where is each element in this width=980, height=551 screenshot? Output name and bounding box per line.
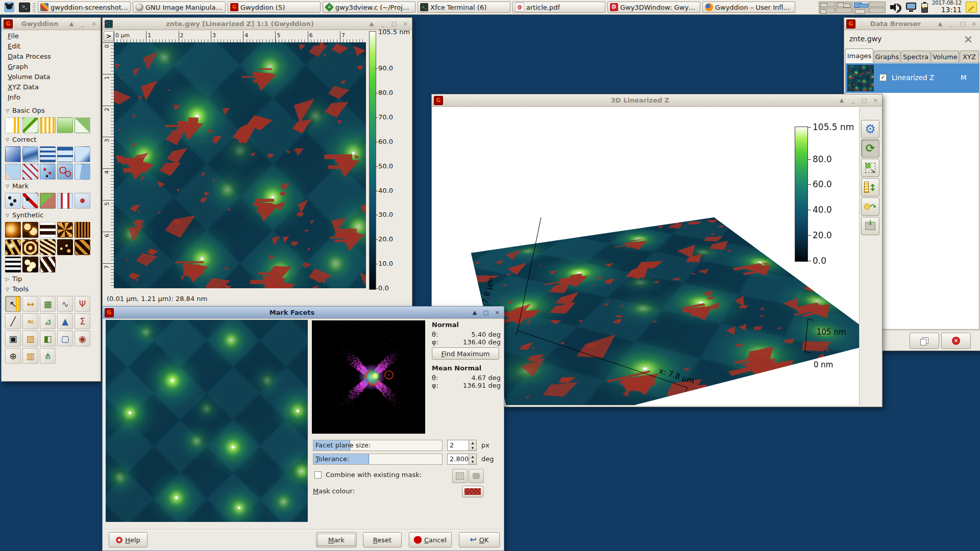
display-icon[interactable] [906,3,917,12]
maximize-button[interactable]: □ [958,18,967,30]
tool-three-point-level[interactable]: ⊿ [40,313,56,329]
scale-icon[interactable]: ↘ [861,159,879,177]
section-header-tip[interactable]: ▷Tip [2,274,101,284]
tool-domains[interactable] [5,239,21,255]
tool-phases[interactable] [22,257,38,272]
workspace-cell[interactable] [869,2,886,7]
tool-columnar[interactable] [75,222,90,238]
menu-item-info[interactable]: Info [2,92,101,103]
tool-level[interactable] [5,146,21,162]
menu-item-graph[interactable]: Graph [2,62,101,72]
tool-crop[interactable] [22,117,38,133]
taskbar-button[interactable]: Gwyddion – User Influe... [702,2,795,13]
taskbar-button[interactable]: GNU Image Manipulati... [133,2,226,13]
data-preview-image[interactable] [106,320,308,522]
tool-color-range[interactable]: ◧ [40,331,56,346]
workspace-pager[interactable] [819,2,886,13]
toolbox-titlebar[interactable]: G Gwyddion ▲ _ × [2,18,101,30]
tool-fibres[interactable] [40,257,56,272]
tool-rulers[interactable] [40,117,56,133]
xfce-menu-button[interactable] [3,2,15,13]
taskbar-button[interactable]: gwyddion-screenshot-... [38,2,131,13]
tool-grain-measure[interactable]: ◉ [75,331,90,346]
tolerance-spinbox[interactable]: 2.800 ▲▼ [447,454,477,465]
tool-remove-spots[interactable] [40,164,56,180]
shade-button[interactable]: ▲ [936,18,945,30]
workspace-cell[interactable] [819,2,835,7]
maximize-button[interactable]: □ [481,307,491,318]
close-button[interactable]: × [871,95,880,106]
mark-button[interactable]: Mark [316,532,357,547]
tool-noise[interactable] [57,222,73,238]
facet-size-spinbox[interactable]: 2 ▲▼ [447,440,477,451]
close-button[interactable]: × [493,307,502,318]
tool-lattice[interactable] [40,222,56,238]
close-button[interactable]: × [89,18,99,30]
spin-arrows[interactable]: ▲▼ [469,454,476,464]
tool-unrotate[interactable] [5,164,21,180]
tool-color-axis[interactable]: ▥ [22,348,38,364]
data-window-titlebar[interactable]: znte.gwy [Linearized Z] 1:1 (Gwyddion) ▲… [103,18,412,30]
tolerance-slider[interactable]: Tolerance: [313,454,443,465]
shade-button[interactable]: ▲ [67,18,76,30]
workspace-cell[interactable] [852,2,869,7]
taskbar-button[interactable]: DGwy3DWindow: Gwyddi... [607,2,700,13]
tool-statistics[interactable]: Σ [75,313,90,329]
tab-graphs[interactable]: Graphs [874,51,900,63]
afm-image[interactable] [114,42,366,288]
tool-compensate-drift[interactable] [22,164,38,180]
tool-line-correction[interactable] [57,146,73,162]
3d-window-titlebar[interactable]: G 3D Linearized Z ▲ _ □ × [432,94,882,107]
channel-visible-checkbox[interactable]: ✓ [879,74,887,81]
taskbar-button[interactable]: Vgwy3dview.c (~/Project... [323,2,415,13]
tool-mask-of-outliers[interactable] [57,193,73,209]
data-browser-titlebar[interactable]: G Data Browser ▲ _ □ × [844,18,980,30]
tool-zoom[interactable]: ⊕ [5,348,21,364]
tool-remove-marked[interactable] [22,193,38,209]
tool-scale[interactable] [5,117,21,133]
z-scale-icon[interactable]: ↕ [861,178,879,196]
workspace-cell[interactable] [852,8,869,13]
tool-objects[interactable] [22,222,38,238]
find-maximum-button[interactable]: Find Maximum [432,347,499,360]
taskbar-button[interactable]: GGwyddion (5) [228,2,321,13]
tab-volume[interactable]: Volume [931,51,959,63]
tab-images[interactable]: Images [845,48,873,63]
shade-button[interactable]: ▲ [470,307,479,318]
tool-roughness[interactable]: ≈ [22,313,38,329]
duplicate-button[interactable] [910,333,939,349]
workspace-cell[interactable] [836,8,852,13]
tool-facet-analysis[interactable]: ▲ [57,313,73,329]
notes-icon[interactable] [966,2,977,13]
tool-mark-by-threshold[interactable] [5,193,21,209]
mask-union-button[interactable] [452,469,468,483]
tool-waves[interactable] [22,239,38,255]
mask-colour-button[interactable] [462,486,483,497]
section-header-synthetic[interactable]: ▽Synthetic [2,210,101,220]
minimize-button[interactable]: _ [947,18,956,30]
channel-row-linearized-z[interactable]: ✓ Linearized Z M [846,63,979,93]
facet-orientation-view[interactable] [312,320,425,434]
tool-crop-tool[interactable]: ▣ [5,331,21,346]
battery-icon[interactable] [921,2,928,12]
menu-item-file[interactable]: File [2,31,101,41]
workspace-cell[interactable] [836,2,852,7]
shade-button[interactable]: ▲ [837,95,846,106]
tool-facet-level[interactable] [22,146,38,162]
tool-percolation[interactable] [5,257,21,272]
help-button[interactable]: Help [109,532,148,547]
tool-profiles[interactable]: ∿ [57,296,73,312]
tool-align-rows[interactable] [40,146,56,162]
close-button[interactable]: × [969,18,978,30]
tool-mark-segmentation[interactable] [40,193,56,209]
tool-spectra[interactable]: Ψ [75,296,90,312]
dialog-titlebar[interactable]: G Mark Facets ▲ □ × [103,307,504,319]
minimize-button[interactable]: _ [78,18,87,30]
ok-button[interactable]: ↩ OK [459,532,500,547]
volume-icon[interactable] [890,2,902,12]
close-file-button[interactable]: × [961,31,976,46]
section-header-correct[interactable]: ▽Correct [2,135,101,145]
tab-xyz[interactable]: XYZ [960,51,979,63]
tool-filter[interactable]: ▦ [40,296,56,312]
facet-size-slider[interactable]: Facet plane size: [313,440,443,451]
